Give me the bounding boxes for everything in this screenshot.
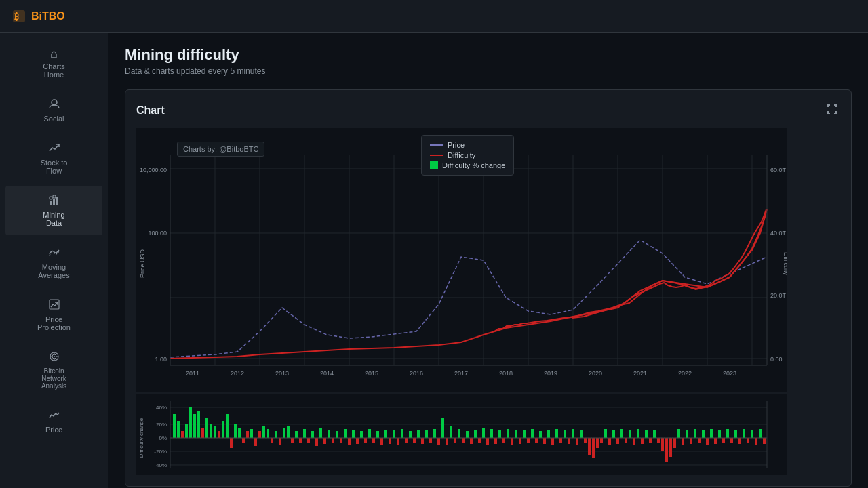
svg-rect-176 <box>600 438 603 443</box>
svg-rect-110 <box>332 438 334 443</box>
svg-rect-212 <box>747 438 749 443</box>
svg-rect-87 <box>238 428 241 438</box>
svg-rect-206 <box>722 438 725 443</box>
logo: ₿ BiTBO <box>11 8 65 24</box>
svg-rect-80 <box>210 424 212 438</box>
svg-rect-7 <box>53 195 56 198</box>
svg-rect-160 <box>535 438 538 443</box>
sidebar-item-social[interactable]: Social <box>5 89 102 131</box>
svg-rect-137 <box>441 418 444 438</box>
sidebar-item-charts-home[interactable]: ⌂ Charts Home <box>5 39 102 87</box>
svg-text:20%: 20% <box>156 422 167 428</box>
sidebar-item-label: Price Projection <box>37 315 71 331</box>
svg-rect-78 <box>201 428 204 438</box>
sidebar-item-mining-data[interactable]: Mining Data <box>5 186 102 235</box>
svg-rect-145 <box>474 430 477 438</box>
svg-rect-102 <box>299 438 302 443</box>
svg-rect-4 <box>53 199 55 205</box>
svg-point-2 <box>52 100 57 105</box>
svg-text:2020: 2020 <box>589 370 602 377</box>
svg-rect-195 <box>677 429 680 438</box>
price-icon <box>48 409 60 423</box>
svg-rect-143 <box>466 431 469 438</box>
mining-icon <box>48 194 60 208</box>
sidebar-item-bitcoin-network[interactable]: Bitcoin Network Analysis <box>5 342 102 398</box>
svg-rect-184 <box>633 438 635 445</box>
svg-rect-216 <box>763 438 766 444</box>
sidebar-item-moving-averages[interactable]: Moving Averages <box>5 238 102 287</box>
svg-text:2016: 2016 <box>410 370 423 377</box>
svg-rect-101 <box>295 431 298 438</box>
svg-rect-82 <box>218 431 220 438</box>
svg-rect-171 <box>580 430 583 438</box>
svg-rect-162 <box>543 438 546 444</box>
fullscreen-button[interactable] <box>824 101 840 120</box>
svg-rect-207 <box>726 429 729 438</box>
sidebar-item-label: Price <box>45 426 62 434</box>
svg-rect-76 <box>193 414 196 438</box>
svg-rect-106 <box>315 438 318 446</box>
sidebar-item-price-projection[interactable]: Price Projection <box>5 290 102 340</box>
svg-text:-40%: -40% <box>154 462 167 468</box>
svg-rect-210 <box>738 438 741 444</box>
sidebar-item-price[interactable]: Price <box>5 401 102 442</box>
svg-rect-186 <box>641 438 644 444</box>
svg-rect-111 <box>336 431 338 438</box>
sidebar-item-label: Bitcoin Network Analysis <box>41 367 66 390</box>
svg-rect-131 <box>417 430 420 438</box>
svg-rect-198 <box>690 438 692 444</box>
svg-rect-155 <box>515 430 517 438</box>
svg-rect-166 <box>559 438 562 443</box>
svg-rect-141 <box>458 429 460 438</box>
legend-difficulty: Difficulty <box>430 151 505 159</box>
svg-rect-150 <box>494 438 497 444</box>
sidebar-item-label: Social <box>44 115 64 123</box>
svg-rect-81 <box>214 426 216 438</box>
svg-rect-144 <box>470 438 473 444</box>
legend-price-line <box>430 144 443 146</box>
svg-rect-83 <box>222 421 224 438</box>
svg-rect-88 <box>242 438 245 443</box>
svg-rect-85 <box>230 438 233 448</box>
svg-rect-124 <box>389 438 391 444</box>
social-icon <box>48 98 60 112</box>
svg-rect-122 <box>380 438 383 445</box>
svg-rect-196 <box>682 438 684 445</box>
svg-rect-95 <box>271 438 273 443</box>
svg-rect-127 <box>401 429 403 438</box>
svg-text:2021: 2021 <box>633 370 647 377</box>
svg-rect-6 <box>50 197 52 199</box>
moving-avg-icon <box>48 246 60 260</box>
page-subtitle: Data & charts updated every 5 minutes <box>125 66 852 76</box>
svg-rect-77 <box>197 411 200 438</box>
legend-price-label: Price <box>448 141 465 149</box>
chart-legend: Price Difficulty Difficulty % change <box>421 135 514 176</box>
svg-rect-156 <box>519 438 521 444</box>
svg-rect-139 <box>450 426 452 438</box>
svg-rect-149 <box>490 429 493 438</box>
network-icon <box>48 350 60 365</box>
svg-rect-135 <box>433 429 436 438</box>
legend-price: Price <box>430 141 505 149</box>
svg-rect-164 <box>551 438 554 445</box>
svg-rect-157 <box>523 430 526 438</box>
sidebar-item-label: Moving Averages <box>38 263 69 279</box>
svg-text:₿: ₿ <box>14 12 19 22</box>
svg-rect-183 <box>629 430 631 438</box>
svg-text:2019: 2019 <box>544 370 557 377</box>
sidebar: ⌂ Charts Home Social Stock to Flow <box>0 33 108 488</box>
svg-rect-152 <box>502 438 505 443</box>
legend-difficulty-label: Difficulty <box>448 151 475 159</box>
svg-rect-163 <box>547 430 550 438</box>
svg-rect-191 <box>661 438 664 451</box>
svg-rect-175 <box>596 438 599 448</box>
sidebar-item-stock-to-flow[interactable]: Stock to Flow <box>5 134 102 183</box>
svg-rect-167 <box>564 430 566 438</box>
svg-text:2017: 2017 <box>454 370 468 377</box>
svg-text:40.0T: 40.0T <box>770 230 787 237</box>
svg-rect-114 <box>348 438 351 445</box>
svg-rect-105 <box>311 431 314 438</box>
svg-rect-118 <box>364 438 367 443</box>
difficulty-change-chart: 40% 20% 0% -20% -40% Difficulty change <box>136 394 787 475</box>
svg-rect-213 <box>751 430 753 438</box>
